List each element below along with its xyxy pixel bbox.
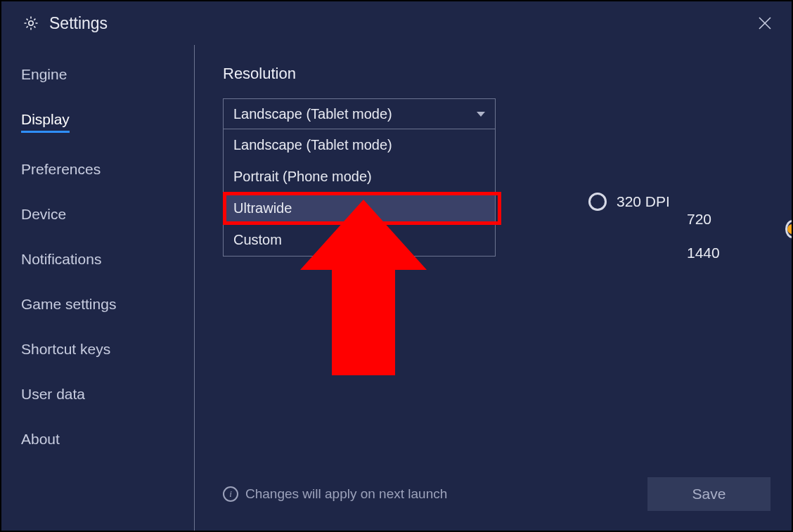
sidebar-item-engine[interactable]: Engine xyxy=(21,66,67,83)
save-button[interactable]: Save xyxy=(647,477,771,511)
chevron-down-icon xyxy=(477,112,485,117)
resolution-title: Resolution xyxy=(223,65,771,83)
resolution-dropdown-wrap: Landscape (Tablet mode) Landscape (Table… xyxy=(223,98,496,129)
resolution-partial-values: 720 1440 xyxy=(687,211,720,261)
footer-note-text: Changes will apply on next launch xyxy=(245,486,447,502)
footer: i Changes will apply on next launch Save xyxy=(223,477,771,511)
resolution-dropdown-list: Landscape (Tablet mode) Portrait (Phone … xyxy=(223,129,496,257)
main: Engine Display Preferences Device Notifi… xyxy=(1,45,792,531)
resolution-option-portrait[interactable]: Portrait (Phone mode) xyxy=(224,161,495,193)
gear-icon xyxy=(22,15,39,32)
sidebar-item-notifications[interactable]: Notifications xyxy=(21,251,101,268)
content: Resolution 720 1440 1600 x 900 Landscape… xyxy=(195,45,792,531)
header: Settings xyxy=(1,1,792,45)
resolution-dropdown-selected: Landscape (Tablet mode) xyxy=(233,106,392,122)
resolution-option-ultrawide[interactable]: Ultrawide xyxy=(224,193,495,224)
sidebar-item-game-settings[interactable]: Game settings xyxy=(21,296,116,313)
info-icon: i xyxy=(223,486,238,502)
dpi-radio-320[interactable]: 320 DPI xyxy=(588,193,771,211)
partial-res-1440: 1440 xyxy=(687,245,720,261)
resolution-option-custom[interactable]: Custom xyxy=(224,224,495,256)
footer-note: i Changes will apply on next launch xyxy=(223,486,447,502)
sidebar-item-display[interactable]: Display xyxy=(21,111,70,133)
resolution-option-landscape[interactable]: Landscape (Tablet mode) xyxy=(224,129,495,161)
close-button[interactable] xyxy=(752,11,778,36)
sidebar: Engine Display Preferences Device Notifi… xyxy=(1,45,195,531)
resolution-dropdown[interactable]: Landscape (Tablet mode) xyxy=(223,98,496,129)
sidebar-item-shortcut-keys[interactable]: Shortcut keys xyxy=(21,341,110,358)
radio-circle-icon xyxy=(785,220,793,238)
resolution-radio-1600x900-wrap: 1600 x 900 xyxy=(785,212,793,246)
sidebar-item-user-data[interactable]: User data xyxy=(21,386,85,403)
partial-res-720: 720 xyxy=(687,211,720,228)
resolution-radio-1600x900[interactable]: 1600 x 900 xyxy=(785,212,793,246)
radio-circle-icon xyxy=(588,193,607,211)
sidebar-item-about[interactable]: About xyxy=(21,431,60,448)
svg-point-0 xyxy=(29,21,33,25)
settings-title: Settings xyxy=(49,14,752,33)
sidebar-item-preferences[interactable]: Preferences xyxy=(21,161,101,178)
dpi-radio-label: 320 DPI xyxy=(617,193,670,210)
sidebar-item-device[interactable]: Device xyxy=(21,206,66,223)
